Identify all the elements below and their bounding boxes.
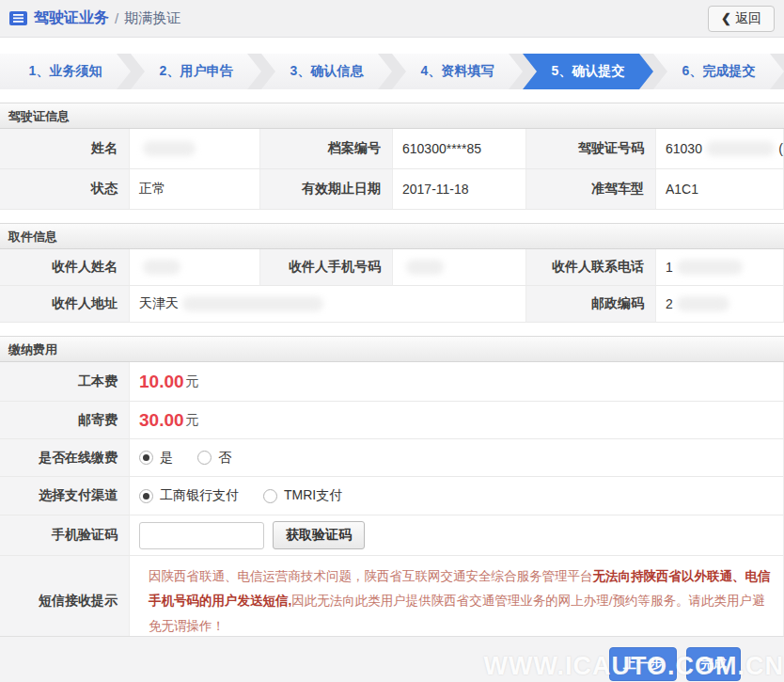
expiry-label: 有效期止日期 [260,169,392,210]
back-button[interactable]: ❮ 返回 [708,6,775,32]
license-no-prefix: 61030 [666,141,702,156]
address-label: 收件人地址 [0,286,129,323]
step-6-complete-submit[interactable]: 6、完成提交 [653,54,784,89]
sms-code-input[interactable] [139,522,264,549]
fees-section-title: 缴纳费用 [0,336,784,362]
radio-online-no-label[interactable]: 否 [218,450,231,467]
license-no-label: 驾驶证号码 [526,129,655,169]
radio-channel-icbc[interactable] [139,489,153,503]
redacted-value [677,260,743,275]
sms-notice-text: 因陕西省联通、电信运营商技术问题，陕西省互联网交通安全综合服务管理平台无法向持陕… [139,556,783,647]
file-no-label: 档案编号 [260,129,392,169]
pickup-info-section-title: 取件信息 [0,223,784,249]
sms-notice-cell: 因陕西省联通、电信运营商技术问题，陕西省互联网交通安全综合服务管理平台无法向持陕… [129,556,784,648]
address-prefix: 天津天 [139,295,179,312]
license-no-suffix: ( [778,141,783,156]
back-chevron-icon: ❮ [721,11,731,25]
radio-online-yes-label[interactable]: 是 [160,450,173,467]
address-value: 天津天 [129,286,526,323]
vehicle-label: 准驾车型 [526,169,655,210]
online-pay-label: 是否在线缴费 [0,439,129,477]
redacted-value [143,260,180,275]
step-navigation: 1、业务须知 2、用户申告 3、确认信息 4、资料填写 5、确认提交 6、完成提… [0,54,784,89]
radio-channel-tmri-label[interactable]: TMRI支付 [284,487,342,504]
postage-label: 邮寄费 [0,402,129,439]
cost-value: 10.00 元 [129,362,784,402]
online-pay-options: 是 否 [129,439,784,477]
status-label: 状态 [0,169,129,210]
mobile-label: 收件人手机号码 [260,249,392,286]
pay-channel-options: 工商银行支付 TMRI支付 [129,477,784,515]
radio-online-yes[interactable] [139,451,153,465]
footer-bar: 上一步 完成 [0,636,784,682]
mobile-value [392,249,526,286]
name-value [129,129,260,169]
file-no-value: 610300****85 [392,129,526,169]
phone-value: 1 [655,249,784,286]
redacted-value [677,296,729,311]
license-info-table: 姓名 档案编号 610300****85 驾驶证号码 61030 ( 状态 正常… [0,129,784,210]
sms-notice-part1: 因陕西省联通、电信运营商技术问题，陕西省互联网交通安全综合服务管理平台 [149,569,593,583]
license-no-value: 61030 ( [655,129,784,169]
recipient-value [129,249,260,286]
page-title: 驾驶证业务 [34,8,109,28]
zip-label: 邮政编码 [526,286,655,323]
pickup-info-table: 收件人姓名 收件人手机号码 收件人联系电话 1 收件人地址 天津天 邮政编码 2 [0,249,784,323]
fees-table: 工本费 10.00 元 邮寄费 30.00 元 是否在线缴费 是 否 选择支付渠… [0,362,784,648]
cost-amount: 10.00 [139,372,184,392]
postage-unit: 元 [186,412,199,429]
postage-value: 30.00 元 [129,402,784,439]
vehicle-value: A1C1 [655,169,784,210]
page: 驾驶证业务 / 期满换证 ❮ 返回 1、业务须知 2、用户申告 3、确认信息 4… [0,0,784,682]
name-label: 姓名 [0,129,129,169]
radio-online-no[interactable] [197,451,212,465]
sms-code-label: 手机验证码 [0,515,129,556]
sms-notice-label: 短信接收提示 [0,556,129,648]
sms-code-row: 获取验证码 [129,515,784,556]
zip-prefix: 2 [666,296,673,311]
step-4-fill-material[interactable]: 4、资料填写 [392,54,523,89]
step-2-user-declaration[interactable]: 2、用户申告 [131,54,261,89]
previous-step-button[interactable]: 上一步 [609,647,677,681]
radio-channel-tmri[interactable] [263,489,277,503]
redacted-value [706,141,775,156]
breadcrumb-current: 期满换证 [124,9,180,27]
recipient-label: 收件人姓名 [0,249,129,286]
pay-channel-label: 选择支付渠道 [0,477,129,515]
phone-prefix: 1 [666,260,673,275]
redacted-value [182,296,323,311]
cost-label: 工本费 [0,362,129,402]
license-info-section-title: 驾驶证信息 [0,103,784,129]
step-5-confirm-submit[interactable]: 5、确认提交 [523,54,653,89]
redacted-value [143,141,196,156]
back-button-label: 返回 [735,10,761,27]
expiry-value: 2017-11-18 [392,169,526,210]
page-header: 驾驶证业务 / 期满换证 ❮ 返回 [0,0,784,38]
postage-amount: 30.00 [139,410,184,431]
phone-label: 收件人联系电话 [526,249,655,286]
redacted-value [406,260,444,275]
breadcrumb-separator: / [115,10,118,26]
get-sms-code-button[interactable]: 获取验证码 [273,521,365,549]
document-list-icon [9,11,27,25]
cost-unit: 元 [186,373,199,390]
step-1-business-notice[interactable]: 1、业务须知 [0,54,131,89]
zip-value: 2 [655,286,784,323]
step-3-confirm-info[interactable]: 3、确认信息 [261,54,392,89]
radio-channel-icbc-label[interactable]: 工商银行支付 [160,487,239,504]
finish-button[interactable]: 完成 [686,647,741,681]
status-value: 正常 [129,169,260,210]
